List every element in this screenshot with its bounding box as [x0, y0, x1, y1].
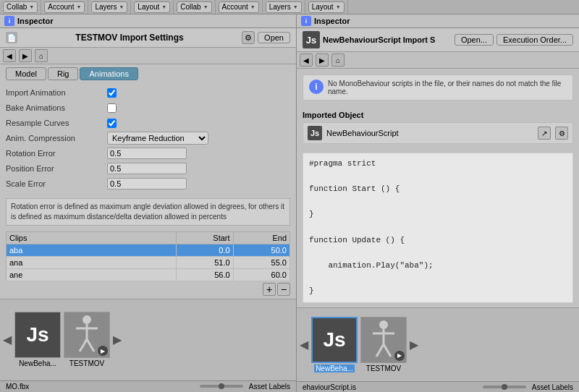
nav-fwd-btn-right[interactable]: ▶	[316, 54, 329, 67]
layers-chevron-left: ▼	[119, 4, 124, 9]
nav-home-btn-left[interactable]: ⌂	[35, 49, 48, 62]
nav-back-btn-right[interactable]: ◀	[300, 54, 313, 67]
layers-dropdown-right[interactable]: Layers ▼	[266, 1, 302, 13]
bake-animations-label: Bake Animations	[6, 103, 107, 112]
obj-name: NewBehaviourScript	[326, 129, 533, 137]
thumb-item-newbehavi[interactable]: Js NewBeha...	[14, 312, 61, 367]
toolbar-right-layers: Layers ▼	[263, 0, 305, 14]
clip-start-aba: 0.0	[177, 244, 233, 257]
form-section: Import Animation Bake Animations Resampl…	[0, 83, 296, 195]
code-line-7: function Update () {	[309, 234, 567, 247]
layout-dropdown-left[interactable]: Layout ▼	[134, 1, 170, 13]
layout-chevron-right: ▼	[336, 4, 341, 9]
right-thumb-item-newbehavi[interactable]: Js NewBeha...	[311, 317, 358, 372]
layers-dropdown-left[interactable]: Layers ▼	[91, 1, 127, 13]
thumb-label-newbehavi: NewBeha...	[19, 359, 56, 367]
import-animation-checkbox[interactable]	[107, 88, 117, 98]
right-import-header: Js NewBehaviourScript Import S Open... E…	[297, 28, 579, 52]
right-thumb-arrow-right[interactable]: ▶	[410, 338, 418, 351]
svg-point-5	[379, 320, 388, 329]
table-row[interactable]: ane 56.0 60.0	[7, 269, 290, 281]
code-line-2	[309, 171, 567, 184]
right-panel: i Inspector Js NewBehaviourScript Import…	[297, 14, 579, 392]
open-button-left[interactable]: Open	[258, 32, 290, 43]
layout-dropdown-right[interactable]: Layout ▼	[308, 1, 345, 13]
main-content: i Inspector 📄 TESTMOV Import Settings ⚙ …	[0, 14, 579, 392]
thumb-item-testmov[interactable]: ▶ TESTMOV	[64, 312, 110, 367]
tab-animations[interactable]: Animations	[80, 67, 138, 80]
toolbar-left-layout: Layout ▼	[131, 0, 174, 14]
svg-line-9	[384, 344, 391, 357]
account-dropdown-left[interactable]: Account ▼	[44, 1, 85, 13]
info-text: Rotation error is defined as maximum ang…	[11, 203, 284, 221]
position-error-input[interactable]: 0.5	[107, 163, 187, 174]
thumb-arrow-right-left[interactable]: ▶	[113, 333, 122, 346]
account-dropdown-right[interactable]: Account ▼	[219, 1, 259, 13]
clip-name-ana: ana	[7, 257, 177, 269]
thumb-img-js: Js	[14, 312, 61, 358]
left-thumb-strip: ◀ Js NewBeha...	[0, 299, 296, 380]
rotation-error-input[interactable]: 0.5	[107, 148, 187, 159]
account-chevron-right: ▼	[250, 4, 255, 9]
clips-table: Clips Start End aba 0.0 50.0 ana	[6, 231, 290, 281]
anim-compression-label: Anim. Compression	[6, 134, 107, 142]
position-error-row: Position Error 0.5	[6, 162, 290, 175]
left-panel: i Inspector 📄 TESTMOV Import Settings ⚙ …	[0, 14, 297, 392]
thumb-arrow-left[interactable]: ◀	[3, 333, 12, 346]
resample-curves-checkbox[interactable]	[107, 119, 117, 128]
layers-chevron-right: ▼	[293, 4, 298, 9]
right-file-icon: Js	[303, 31, 320, 48]
table-row[interactable]: ana 51.0 55.0	[7, 257, 290, 269]
clips-col-start: Start	[177, 232, 233, 244]
left-status-slider[interactable]	[200, 385, 243, 388]
collab-dropdown-right[interactable]: Collab ▼	[177, 1, 211, 13]
scale-error-label: Scale Error	[6, 179, 107, 188]
obj-action-btn[interactable]: ↗	[538, 127, 551, 140]
right-thumb-arrow-left[interactable]: ◀	[300, 338, 308, 351]
right-thumb-label-testmov: TESTMOV	[366, 365, 401, 372]
right-status-slider[interactable]	[483, 385, 526, 388]
play-overlay: ▶	[98, 346, 108, 356]
imported-object-section: Imported Object Js NewBehaviourScript ↗ …	[297, 106, 579, 148]
code-line-10	[309, 272, 567, 285]
tab-model[interactable]: Model	[6, 67, 46, 80]
obj-settings-btn[interactable]: ⚙	[555, 127, 568, 140]
clip-start-ane: 56.0	[177, 269, 233, 281]
import-animation-row: Import Animation	[6, 86, 290, 99]
bake-animations-checkbox[interactable]	[107, 103, 117, 113]
layout-chevron-left: ▼	[161, 4, 166, 9]
toolbar-right-account: Account ▼	[216, 0, 263, 14]
tab-rig[interactable]: Rig	[48, 67, 79, 80]
warning-icon: i	[309, 80, 324, 94]
remove-clip-button[interactable]: −	[277, 283, 290, 296]
code-line-5: }	[309, 208, 567, 221]
scale-error-input[interactable]: 0.5	[107, 178, 187, 189]
warning-text: No MonoBehaviour scripts in the file, or…	[328, 80, 567, 95]
toolbar-left-collab: Collab ▼	[0, 0, 41, 14]
nav-fwd-btn-left[interactable]: ▶	[19, 49, 32, 62]
open-button-right[interactable]: Open...	[455, 34, 494, 46]
code-line-6	[309, 221, 567, 234]
layout-label-right: Layout	[312, 3, 334, 11]
left-status-bar: MO.fbx Asset Labels	[0, 380, 296, 392]
right-thumb-item-testmov[interactable]: ▶ TESTMOV	[360, 317, 407, 372]
right-inspector-title: Inspector	[314, 17, 350, 25]
code-line-9: animation.Play("aba");	[309, 260, 567, 273]
warning-box: i No MonoBehaviour scripts in the file, …	[303, 74, 573, 101]
scale-error-row: Scale Error 0.5	[6, 177, 290, 190]
obj-js-icon: Js	[308, 126, 322, 140]
top-toolbar: Collab ▼ Account ▼ Layers ▼ Layout ▼ Col…	[0, 0, 579, 14]
resample-curves-label: Resample Curves	[6, 119, 107, 127]
table-row[interactable]: aba 0.0 50.0	[7, 244, 290, 257]
settings-gear-btn-left[interactable]: ⚙	[242, 31, 255, 44]
collab-dropdown-left[interactable]: Collab ▼	[3, 1, 38, 13]
anim-compression-select[interactable]: Keyframe Reduction Optimal Off	[107, 132, 208, 145]
add-clip-button[interactable]: +	[263, 283, 276, 296]
nav-back-btn-left[interactable]: ◀	[3, 49, 16, 62]
bake-animations-row: Bake Animations	[6, 101, 290, 114]
imported-object-title: Imported Object	[303, 111, 573, 119]
nav-home-btn-right[interactable]: ⌂	[331, 54, 345, 67]
exec-order-button[interactable]: Execution Order...	[496, 34, 573, 46]
position-error-label: Position Error	[6, 164, 107, 173]
layers-label-left: Layers	[95, 3, 117, 11]
